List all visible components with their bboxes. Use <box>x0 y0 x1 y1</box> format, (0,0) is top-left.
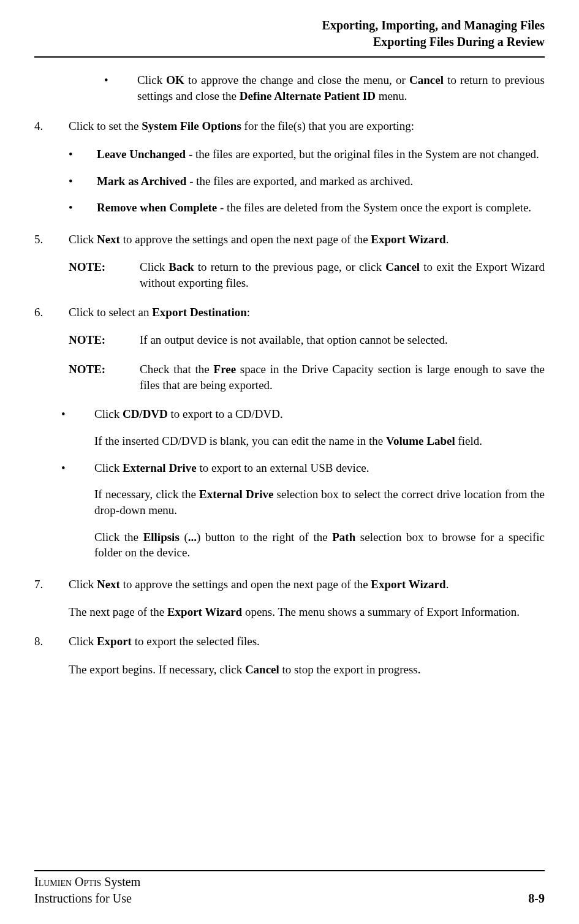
note-label: NOTE: <box>69 259 140 290</box>
bold: Next <box>97 578 120 591</box>
bold: Export <box>97 635 132 648</box>
bullet-text: Click External Drive to export to an ext… <box>94 460 545 476</box>
bold: Export Destination <box>152 306 247 319</box>
bullet-marker: • <box>69 173 97 189</box>
step-4: 4. Click to set the System File Options … <box>34 118 545 134</box>
note-back-cancel: NOTE: Click Back to return to the previo… <box>69 259 545 290</box>
text: to export to an external USB device. <box>197 461 369 474</box>
step-7: 7. Click Next to approve the settings an… <box>34 577 545 593</box>
text: Check that the <box>140 363 214 376</box>
step-6: 6. Click to select an Export Destination… <box>34 305 545 320</box>
step-8: 8. Click Export to export the selected f… <box>34 634 545 649</box>
text: to export to a CD/DVD. <box>168 407 283 420</box>
bold: Export Wizard <box>371 578 445 591</box>
text: to approve the change and close the menu… <box>184 74 409 86</box>
bold: Cancel <box>409 74 444 86</box>
bullet-text: Click OK to approve the change and close… <box>137 72 545 104</box>
text: Click <box>69 578 97 591</box>
text: ) button to the right of the <box>197 531 332 543</box>
note-text: Click Back to return to the previous pag… <box>140 259 545 290</box>
bullet-text: Leave Unchanged - the files are exported… <box>97 146 545 162</box>
text: to return to the previous page, or click <box>194 260 386 273</box>
bullet-marker: • <box>61 460 94 476</box>
note-label: NOTE: <box>69 332 140 348</box>
bold: Path <box>332 531 355 543</box>
text: Click <box>69 635 97 648</box>
bold: Export Wizard <box>371 233 445 246</box>
bold: OK <box>166 74 184 86</box>
bullet-text: Click CD/DVD to export to a CD/DVD. <box>94 406 545 422</box>
note-text: If an output device is not available, th… <box>140 332 545 348</box>
bold: External Drive <box>199 488 273 501</box>
bold: External Drive <box>123 461 197 474</box>
step7-body: The next page of the Export Wizard opens… <box>69 604 545 620</box>
note-free-space: NOTE: Check that the Free space in the D… <box>69 362 545 393</box>
step-text: Click to select an Export Destination: <box>69 305 545 320</box>
step4-option-leave-unchanged: • Leave Unchanged - the files are export… <box>69 146 545 162</box>
footer-rule <box>34 870 545 871</box>
step6-cd-sub: If the inserted CD/DVD is blank, you can… <box>94 433 545 449</box>
bullet-marker: • <box>104 72 137 104</box>
bold: Ellipsis <box>143 531 180 543</box>
header-title-2: Exporting Files During a Review <box>34 34 545 50</box>
bold: Cancel <box>385 260 420 273</box>
note-text: Check that the Free space in the Drive C… <box>140 362 545 393</box>
text: to approve the settings and open the nex… <box>120 233 371 246</box>
bold: Cancel <box>245 663 279 676</box>
text: Click <box>140 260 168 273</box>
step-text: Click Next to approve the settings and o… <box>69 232 545 248</box>
bullet-text: Remove when Complete - the files are del… <box>97 200 545 216</box>
smallcaps: Optis <box>75 875 101 888</box>
step4-option-remove-complete: • Remove when Complete - the files are d… <box>69 200 545 216</box>
text: The export begins. If necessary, click <box>69 663 245 676</box>
bold: Next <box>97 233 120 246</box>
text: opens. The menu shows a summary of Expor… <box>242 605 520 618</box>
step8-body: The export begins. If necessary, click C… <box>69 662 545 678</box>
text: : <box>247 306 250 319</box>
step4-option-mark-archived: • Mark as Archived - the files are expor… <box>69 173 545 189</box>
text: If the inserted CD/DVD is blank, you can… <box>94 434 386 447</box>
page-number: 8-9 <box>528 890 545 907</box>
bold: Define Alternate Patient ID <box>240 89 376 102</box>
bold: Mark as Archived <box>97 175 186 187</box>
sub-bullet-ok-cancel: • Click OK to approve the change and clo… <box>104 72 545 104</box>
step-5: 5. Click Next to approve the settings an… <box>34 232 545 248</box>
text: Click to set the <box>69 119 142 132</box>
step-text: Click Export to export the selected file… <box>69 634 545 649</box>
step-number: 7. <box>34 577 69 593</box>
text: to approve the settings and open the nex… <box>120 578 371 591</box>
bullet-marker: • <box>69 146 97 162</box>
step6-ext-sub2: Click the Ellipsis (...) button to the r… <box>94 529 545 561</box>
bold: System File Options <box>142 119 241 132</box>
note-label: NOTE: <box>69 362 140 393</box>
text: - the files are deleted from the System … <box>217 201 531 214</box>
footer-row: Ilumien Optis System Instructions for Us… <box>34 874 545 907</box>
text: Click to select an <box>69 306 152 319</box>
text: field. <box>455 434 482 447</box>
note-output-unavailable: NOTE: If an output device is not availab… <box>69 332 545 348</box>
text: Click <box>137 74 166 86</box>
bold: ... <box>188 531 197 543</box>
step-number: 4. <box>34 118 69 134</box>
product-name: Ilumien Optis System <box>34 875 140 888</box>
step-number: 5. <box>34 232 69 248</box>
footer-subtitle: Instructions for Use <box>34 892 132 905</box>
smallcaps: Ilumien <box>34 875 72 888</box>
page-header: Exporting, Importing, and Managing Files… <box>34 17 545 50</box>
text: If necessary, click the <box>94 488 199 501</box>
text: to export the selected files. <box>132 635 260 648</box>
bold: Volume Label <box>386 434 455 447</box>
text: - the files are exported, but the origin… <box>186 148 539 161</box>
bold: Back <box>168 260 194 273</box>
text: Click <box>94 461 123 474</box>
footer-left: Ilumien Optis System Instructions for Us… <box>34 874 140 907</box>
header-rule <box>34 56 545 58</box>
text: The next page of the <box>69 605 167 618</box>
text: - the files are exported, and marked as … <box>186 175 413 187</box>
bold: Export Wizard <box>167 605 242 618</box>
step-number: 6. <box>34 305 69 320</box>
text: for the file(s) that you are exporting: <box>241 119 414 132</box>
step6-external-drive: • Click External Drive to export to an e… <box>61 460 545 476</box>
bullet-marker: • <box>61 406 94 422</box>
bullet-text: Mark as Archived - the files are exporte… <box>97 173 545 189</box>
